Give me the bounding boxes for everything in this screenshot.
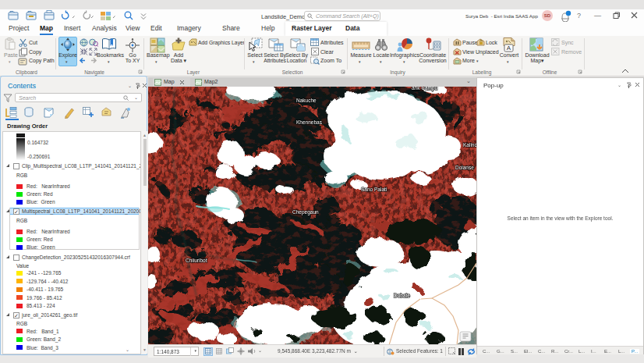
svg-text:Nakuche: Nakuche	[296, 98, 317, 103]
svg-text:Dolanse: Dolanse	[455, 165, 474, 170]
svg-text:Sano Palati: Sano Palati	[361, 187, 387, 192]
svg-text:Khennebas: Khennebas	[296, 119, 323, 125]
svg-text:Chiiuribot: Chiiuribot	[186, 258, 207, 263]
svg-text:A: A	[507, 44, 511, 52]
svg-text:Dobate: Dobate	[394, 293, 410, 298]
svg-text:Kalinch: Kalinch	[463, 142, 476, 148]
svg-text:Chepegaun: Chepegaun	[292, 209, 319, 215]
